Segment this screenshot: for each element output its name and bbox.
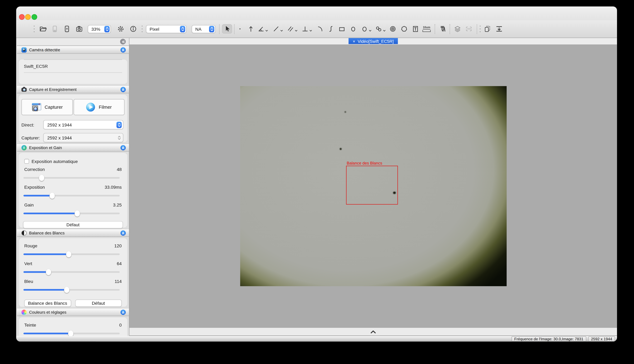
save-button[interactable] [51, 25, 59, 33]
video-tab[interactable]: × Vidéo[Swift_EC5R] [349, 38, 398, 44]
save-device-icon [51, 25, 59, 33]
correction-slider[interactable] [24, 177, 120, 178]
red-slider[interactable] [24, 254, 120, 255]
auto-exposure-checkbox[interactable] [24, 159, 29, 164]
stepper-icon [180, 26, 185, 32]
section-header-white-balance[interactable]: Balance des Blancs [17, 229, 129, 237]
desktop: 33% Pixel NA [0, 0, 634, 364]
collapse-section-button[interactable] [120, 145, 126, 150]
slider-thumb[interactable] [68, 330, 73, 336]
record-button[interactable]: Filmer [73, 99, 124, 115]
close-window-button[interactable] [19, 14, 25, 20]
toolbar: 33% Pixel NA [16, 20, 617, 38]
live-resolution-select[interactable]: 2592 x 1944 [43, 120, 123, 130]
bottom-panel-toggle[interactable] [129, 328, 617, 336]
slider-label: Correction [24, 167, 45, 172]
circle-tool[interactable] [361, 25, 372, 33]
record-button-label: Filmer [99, 105, 112, 110]
main-area: × Vidéo[Swift_EC5R] Balance des Blancs [129, 38, 617, 336]
slider-row: Teinte 0 [18, 317, 127, 334]
window-content: Caméra détectée Swift_EC5R Capture et En… [16, 38, 617, 336]
snap-resolution-select[interactable]: 2592 x 1944 [43, 133, 123, 142]
settings-button[interactable] [117, 25, 124, 33]
chevron-down-icon [295, 30, 298, 32]
curve-tool[interactable] [327, 25, 335, 33]
slider-thumb[interactable] [66, 251, 71, 257]
double-chevron-up-icon [121, 146, 125, 149]
ellipse-tool[interactable] [349, 25, 357, 33]
section-header-capture[interactable]: Capture et Enregistrement [17, 85, 129, 94]
parallel-lines-tool[interactable] [287, 25, 298, 33]
text-tool[interactable] [412, 25, 419, 33]
scalebar-tool[interactable]: 10um [422, 26, 431, 32]
toolbar-drag-handle [33, 25, 35, 33]
collapse-section-button[interactable] [120, 47, 126, 52]
slider-value: 0 [119, 322, 122, 327]
close-tab-icon[interactable]: × [353, 39, 355, 44]
camera-list-item[interactable]: Swift_EC5R [24, 60, 122, 73]
curve-icon [327, 25, 335, 33]
unit-value: Pixel [150, 26, 159, 31]
flash-device-button[interactable] [63, 25, 71, 33]
ellipse-icon [349, 25, 357, 33]
linked-circles-icon [375, 25, 382, 33]
gain-slider[interactable] [24, 212, 120, 214]
collapse-sidebar-button[interactable] [120, 39, 126, 44]
point-tool[interactable] [236, 25, 244, 33]
slider-thumb[interactable] [46, 269, 51, 275]
rectangle-tool[interactable] [338, 25, 346, 33]
arrow-up-icon [247, 25, 255, 33]
duplicate-button[interactable] [484, 25, 491, 33]
section-header-exposure[interactable]: ± Exposition et Gain [17, 144, 129, 152]
zoom-window-button[interactable] [32, 14, 37, 20]
pointer-tool[interactable] [222, 24, 232, 34]
layers-button[interactable] [454, 25, 461, 33]
na-select[interactable]: NA [192, 25, 216, 33]
stepper-icon [104, 26, 110, 32]
perpendicular-tool[interactable] [301, 25, 312, 33]
zoom-level-select[interactable]: 33% [88, 25, 111, 33]
arrow-tool[interactable] [247, 25, 255, 33]
exposure-slider[interactable] [24, 195, 120, 196]
polygon-tool[interactable] [400, 25, 408, 33]
info-button[interactable] [129, 25, 137, 33]
frame-info-badge: Fréquence de l'Image: 30.0,Image: 7831 [512, 336, 586, 342]
minimize-window-button[interactable] [25, 14, 31, 20]
point-icon [236, 25, 244, 33]
export-button[interactable] [495, 25, 503, 33]
capture-button[interactable]: Capturer [21, 99, 72, 115]
slider-row: Correction 48 [18, 164, 127, 179]
slider-thumb[interactable] [50, 193, 55, 199]
white-balance-default-button[interactable]: Défaut [75, 300, 122, 307]
slider-thumb[interactable] [75, 210, 80, 216]
unit-select[interactable]: Pixel [146, 25, 186, 33]
scalebar-bracket-icon [422, 30, 430, 32]
collapse-section-button[interactable] [120, 230, 126, 236]
angle-tool[interactable] [257, 25, 268, 33]
linked-circles-tool[interactable] [375, 25, 386, 33]
exposure-default-button[interactable]: Défaut [23, 221, 123, 228]
section-header-camera[interactable]: Caméra détectée [17, 46, 129, 54]
hue-slider[interactable] [24, 333, 120, 334]
section-title: Exposition et Gain [29, 145, 118, 150]
green-slider[interactable] [24, 271, 120, 273]
white-balance-roi[interactable]: Balance des Blancs [346, 166, 398, 204]
open-file-button[interactable] [39, 25, 47, 33]
app-window: 33% Pixel NA [16, 6, 617, 342]
line-tool[interactable] [272, 25, 283, 33]
info-icon [129, 25, 137, 33]
auto-exposure-label: Exposition automatique [32, 159, 78, 164]
collapse-section-button[interactable] [120, 87, 126, 92]
toolbar-separator [234, 24, 235, 34]
white-balance-button[interactable]: Balance des Blancs [24, 300, 71, 307]
chevron-down-icon [369, 30, 372, 32]
slider-thumb[interactable] [64, 287, 70, 293]
arc-tool[interactable] [316, 25, 324, 33]
stepper-icon [209, 26, 214, 32]
device-lightning-icon [63, 25, 71, 33]
camera-timer-button[interactable] [75, 25, 83, 33]
blue-slider[interactable] [24, 289, 120, 290]
annulus-tool[interactable] [389, 25, 396, 33]
slider-thumb[interactable] [39, 175, 44, 181]
measure-tool[interactable] [439, 25, 446, 33]
